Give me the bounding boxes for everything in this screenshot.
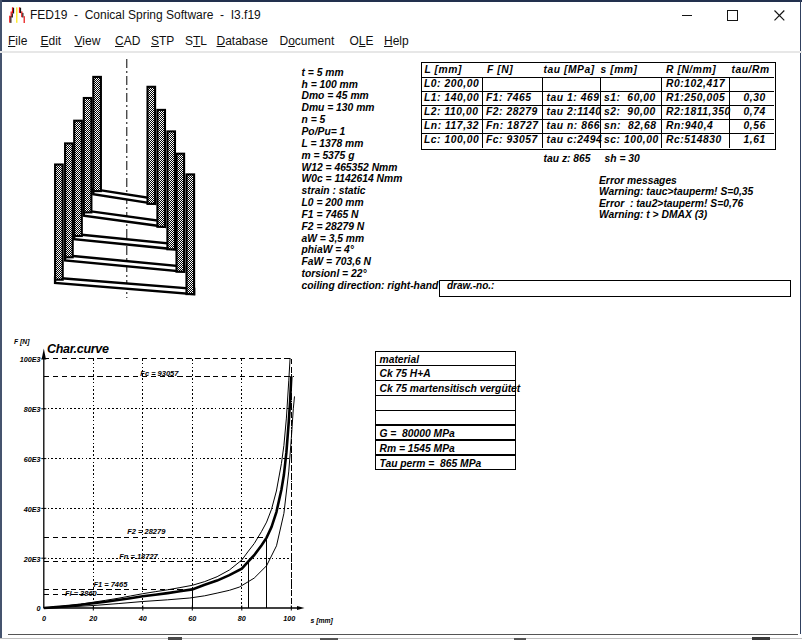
svg-text:20E3: 20E3	[23, 555, 41, 564]
svg-text:Fc = 93057: Fc = 93057	[140, 369, 179, 378]
svg-text:80: 80	[238, 614, 246, 623]
svg-text:20: 20	[88, 614, 97, 623]
svg-text:100: 100	[283, 614, 295, 623]
svg-text:0: 0	[42, 614, 46, 623]
svg-text:F1 = 7465: F1 = 7465	[93, 580, 128, 589]
svg-text:Fl = 3860: Fl = 3860	[65, 589, 98, 598]
svg-text:60E3: 60E3	[24, 455, 41, 464]
svg-text:40E3: 40E3	[23, 505, 41, 514]
svg-text:F2 = 28279: F2 = 28279	[127, 527, 166, 536]
svg-text:Fn = 18727: Fn = 18727	[119, 552, 158, 561]
svg-text:Char.curve: Char.curve	[47, 342, 109, 356]
svg-text:0: 0	[37, 604, 41, 613]
svg-text:F [N]: F [N]	[14, 338, 30, 346]
svg-text:60: 60	[188, 614, 196, 623]
svg-text:80E3: 80E3	[24, 405, 41, 414]
svg-text:100E3: 100E3	[20, 355, 41, 364]
svg-text:s [mm]: s [mm]	[311, 617, 334, 625]
svg-text:40: 40	[138, 614, 147, 623]
